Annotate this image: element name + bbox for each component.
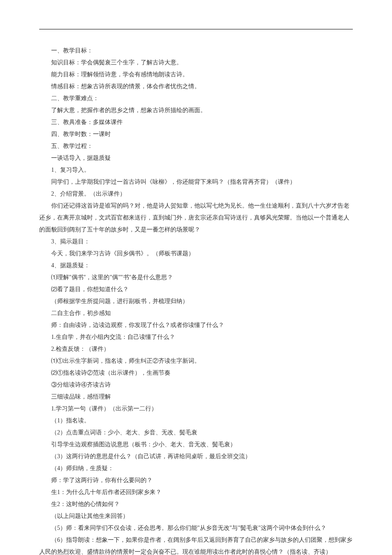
paragraph-line: ⑴理解"偶书"，这里的"偶""书"各是什么意思？ <box>39 272 353 283</box>
paragraph-line: （2）点击重点词语：少小、老大、乡音、无改、鬓毛衰 <box>39 427 353 439</box>
paragraph-line: （3）这两行诗的意思是什么？（自己试讲，再讲给同桌听，最后全班交流） <box>39 451 353 462</box>
paragraph-line: 情感目标：想象古诗所表现的情景，体会作者忧伤之情。 <box>39 81 353 92</box>
paragraph-line: 三细读品味，感悟理解 <box>39 391 353 403</box>
paragraph-line: ⑵看了题目，你想知道什么？ <box>39 283 353 295</box>
paragraph-line: （6）指导朗读：想象一下，如果你是作者，在阔别多年后又返回到养育了自己的家乡与故… <box>39 534 353 555</box>
paragraph-line: 引导学生边观察插图边说意思（板书：少小、老大、音无改、鬓毛衰） <box>39 439 353 451</box>
paragraph-line: 生2：这时他的心情如何？ <box>39 498 353 510</box>
paragraph-line: 了解大意，把握作者的思乡之情，想象古诗所描绘的画面。 <box>39 104 353 116</box>
paragraph-line: ③分组读诗④齐读古诗 <box>39 379 353 391</box>
paragraph-line: （师根据学生所提问题，进行副板书，并梳理归纳） <box>39 295 353 307</box>
paragraph-line: 4、据题质疑： <box>39 260 353 272</box>
paragraph-line: 1.学习第一句（课件）（出示第一二行） <box>39 403 353 415</box>
paragraph-line: 二、教学重难点： <box>39 92 353 104</box>
paragraph-line: 二自主合作，初步感知 <box>39 307 353 319</box>
paragraph-line: ⑴①出示生字新词，指名读，师生纠正②齐读生字新词。 <box>39 355 353 367</box>
paragraph-line: 能力目标：理解领悟诗意，学会有感情地朗读古诗。 <box>39 69 353 81</box>
paragraph-line: 一谈话导入，据题质疑 <box>39 152 353 164</box>
document-page: 一、教学目标：知识目标：学会偶鬓衰三个生字，了解古诗大意。能力目标：理解领悟诗意… <box>0 0 392 555</box>
document-body: 一、教学目标：知识目标：学会偶鬓衰三个生字，了解古诗大意。能力目标：理解领悟诗意… <box>39 45 353 555</box>
paragraph-line: 师：学了这两行诗，你有什么要问的？ <box>39 474 353 486</box>
paragraph-line: 2、介绍背景。（出示课件） <box>39 188 353 200</box>
paragraph-line: 五、教学过程： <box>39 140 353 152</box>
paragraph-line: （4）师归纳，生质疑： <box>39 462 353 474</box>
paragraph-line: 一、教学目标： <box>39 45 353 57</box>
paragraph-line: 同学们，上学期我们学过一首古诗叫《咏柳》，你还能背下来吗？（指名背再齐背）（课件… <box>39 176 353 188</box>
paragraph-line: 生1：为什么几十年后作者还回到家乡来？ <box>39 486 353 498</box>
paragraph-line: （1）指名读。 <box>39 415 353 427</box>
paragraph-line: 2.检查反馈：（课件） <box>39 343 353 355</box>
paragraph-line: 三、教具准备：多媒体课件 <box>39 116 353 128</box>
paragraph-line: 3、揭示题目： <box>39 236 353 248</box>
horizontal-rule <box>39 29 353 29</box>
paragraph-line: 今天，我们来学习古诗《回乡偶书》。（师板书课题） <box>39 248 353 260</box>
paragraph-line: （以上问题让其他生来回答） <box>39 510 353 522</box>
paragraph-line: 1.生自学，并在小组内交流：自己读懂了什么？ <box>39 331 353 343</box>
paragraph-line: 师：自由读诗，边读边观察，你发现了什么？或者你读懂了什么？ <box>39 319 353 331</box>
paragraph-line: （5）师：看来同学们不仅会读，还会思考。那么你们能"从乡音无改"与"鬓毛衰"这两… <box>39 522 353 534</box>
paragraph-line: 你们还记得这首诗是谁写的吗？对，他是诗人贺知章，他以写七绝为见长。他一生仕途顺利… <box>39 200 353 236</box>
paragraph-line: 1、复习导入。 <box>39 164 353 176</box>
paragraph-line: 知识目标：学会偶鬓衰三个生字，了解古诗大意。 <box>39 57 353 69</box>
paragraph-line: ⑵①指名读诗②范读（出示课件），生画节奏 <box>39 367 353 379</box>
paragraph-line: 四、教学时数：一课时 <box>39 128 353 140</box>
